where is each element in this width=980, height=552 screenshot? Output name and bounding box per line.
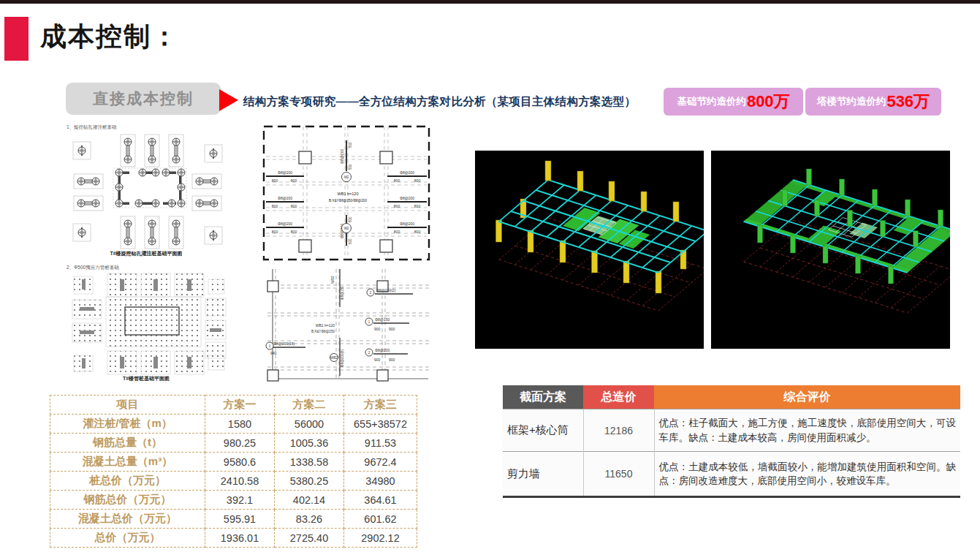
table-header-cell: 方案二 <box>275 396 344 415</box>
svg-text:500: 500 <box>349 238 352 244</box>
drawing-caption: T#楼管桩基础平面图 <box>123 375 170 382</box>
svg-text:Φ8@200: Φ8@200 <box>400 170 414 175</box>
scheme-comparison-table: 项目 方案一 方案二 方案三 灌注桩/管桩（m） 1580 56000 655+… <box>50 395 417 548</box>
svg-text:W2: W2 <box>344 227 349 230</box>
drawing-title: 2、Φ500预应力管桩基础 <box>67 265 119 271</box>
table-header-cell: 截面方案 <box>503 385 583 409</box>
scheme-name-cell: 框架+核心筒 <box>503 409 583 452</box>
table-row: 混凝土总价（万元） 595.91 83.26 601.62 <box>50 510 417 529</box>
table-header-cell: 方案一 <box>205 396 275 415</box>
table-row: 钢筋总量（t） 980.25 1005.36 911.53 <box>50 434 417 453</box>
table-cell: 601.62 <box>344 510 417 529</box>
table-cell: 392.1 <box>205 491 275 510</box>
table-cell: 980.25 <box>205 434 275 453</box>
svg-text:W2: W2 <box>344 175 349 179</box>
svg-text:500: 500 <box>349 164 352 170</box>
row-label-cell: 灌注桩/管桩（m） <box>50 415 205 434</box>
drawing-caption: T#楼旋挖钻孔灌注桩基础平面图 <box>110 250 182 257</box>
table-cell: 1580 <box>205 415 275 434</box>
slab-reinforcement-plan-drawing: Φ8@200 800 800 Φ8@200 800 800 Φ8@200 800… <box>262 124 431 262</box>
row-label-cell: 混凝土总量（m³） <box>50 453 205 472</box>
table-cell: 9580.6 <box>205 453 275 472</box>
table-row: 桩总价（万元） 2410.58 5380.25 34980 <box>50 472 417 491</box>
svg-text:800: 800 <box>291 230 297 234</box>
direct-cost-control-pill: 直接成本控制 <box>66 83 221 115</box>
table-cell: 1936.01 <box>205 529 275 548</box>
svg-text:800: 800 <box>414 204 421 208</box>
svg-text:B:X&YΦ8@250/Φ8@200: B:X&YΦ8@250/Φ8@200 <box>329 199 367 203</box>
svg-text:Φ8@200: Φ8@200 <box>278 170 292 175</box>
badge-value: 800万 <box>747 91 790 113</box>
table-cell: 9672.4 <box>344 453 417 472</box>
table-header-cell: 方案三 <box>344 396 417 415</box>
table-row: 剪力墙 11650 优点：土建成本较低，墙截面较小，能增加建筑使用面积和空间。缺… <box>503 452 960 497</box>
svg-text:800: 800 <box>272 178 278 183</box>
svg-text:800: 800 <box>291 178 297 183</box>
table-cell: 655+38572 <box>344 415 417 434</box>
bored-pile-plan-drawing: 1、旋挖钻孔灌注桩基础 T#楼旋挖钻孔灌注桩基础平面图 <box>62 121 230 257</box>
svg-text:Φ8@200: Φ8@200 <box>278 222 292 226</box>
row-label-cell: 桩总价（万元） <box>50 472 205 491</box>
table-row: 总价（万元） 1936.01 2725.40 2902.12 <box>50 529 417 548</box>
svg-text:Φ8@150: Φ8@150 <box>375 317 390 322</box>
svg-text:800: 800 <box>414 230 421 234</box>
table-cell: 2725.40 <box>275 529 344 548</box>
scheme-name-cell: 剪力墙 <box>503 452 583 497</box>
shear-wall-3d-model <box>711 151 950 349</box>
top-accent-bar <box>0 0 980 4</box>
table-row: 钢筋总价（万元） 392.1 402.14 364.61 <box>50 491 417 510</box>
svg-text:WB2: WB2 <box>330 356 338 360</box>
table-cell: 1005.36 <box>275 434 344 453</box>
svg-text:800: 800 <box>272 204 278 208</box>
svg-text:Φ8@200: Φ8@200 <box>400 196 414 200</box>
table-row: 灌注桩/管桩（m） 1580 56000 655+38572 <box>50 415 417 434</box>
svg-text:800: 800 <box>394 230 400 234</box>
svg-text:500: 500 <box>349 142 352 148</box>
svg-text:900: 900 <box>389 358 395 362</box>
badge-value: 536万 <box>886 91 930 113</box>
table-row: 混凝土总量（m³） 9580.6 1338.58 9672.4 <box>50 453 417 472</box>
svg-text:800: 800 <box>394 178 400 183</box>
svg-text:900: 900 <box>374 327 381 331</box>
pipe-pile-plan-drawing: 2、Φ500预应力管桩基础 T#楼管桩基础平面图 <box>62 262 230 382</box>
badge-label: 塔楼节约造价约 <box>817 95 886 108</box>
row-label-cell: 总价（万元） <box>50 529 205 548</box>
svg-text:940: 940 <box>270 351 277 355</box>
svg-text:900: 900 <box>389 327 395 331</box>
table-cell: 56000 <box>275 415 344 434</box>
table-cell: 83.26 <box>275 510 344 529</box>
drawing-title: 1、旋挖钻孔灌注桩基础 <box>67 124 117 130</box>
arrow-right-icon <box>219 89 238 111</box>
svg-text:Φ8@200: Φ8@200 <box>400 222 414 226</box>
table-header-cell: 总造价 <box>583 385 654 409</box>
slide: { "slide": { "title": "成本控制：", "pill": "… <box>0 0 980 552</box>
table-header-cell: 综合评价 <box>654 385 960 409</box>
red-accent-square <box>4 17 29 61</box>
table-cell: 364.61 <box>344 491 417 510</box>
evaluation-cell: 优点：土建成本较低，墙截面较小，能增加建筑使用面积和空间。缺点：房间改造难度大，… <box>654 452 960 497</box>
table-cell: 1338.58 <box>275 453 344 472</box>
svg-text:Φ8@200: Φ8@200 <box>375 348 390 352</box>
svg-text:Φ8@200(2): Φ8@200(2) <box>376 288 396 292</box>
total-cost-cell: 11650 <box>583 452 654 497</box>
svg-text:500: 500 <box>349 216 352 222</box>
svg-text:Φ8@200: Φ8@200 <box>278 196 292 200</box>
table-header-row: 截面方案 总造价 综合评价 <box>503 385 960 409</box>
total-cost-cell: 12186 <box>583 409 654 452</box>
table-cell: 911.53 <box>344 434 417 453</box>
page-title: 成本控制： <box>40 19 179 55</box>
foundation-saving-badge: 基础节约造价约 800万 <box>664 88 803 116</box>
svg-text:Φ8@200(6): Φ8@200(6) <box>341 349 344 367</box>
svg-text:800: 800 <box>291 204 297 208</box>
svg-text:WB1 h=120: WB1 h=120 <box>338 192 359 196</box>
frame-core-tube-3d-model <box>475 151 704 349</box>
slab-detail-plan-drawing: WB2 Φ8@150 Φ8@200(2) Φ8@150 900 900 WB1 … <box>263 265 431 384</box>
table-cell: 5380.25 <box>275 472 344 491</box>
table-cell: 402.14 <box>275 491 344 510</box>
table-header-cell: 项目 <box>50 396 205 415</box>
table-cell: 2410.58 <box>205 472 275 491</box>
row-label-cell: 钢筋总价（万元） <box>50 491 205 510</box>
svg-text:B:X&YΦ8@250: B:X&YΦ8@250 <box>311 330 335 333</box>
table-header-row: 项目 方案一 方案二 方案三 <box>50 396 417 415</box>
svg-text:Φ8@150: Φ8@150 <box>341 286 344 300</box>
